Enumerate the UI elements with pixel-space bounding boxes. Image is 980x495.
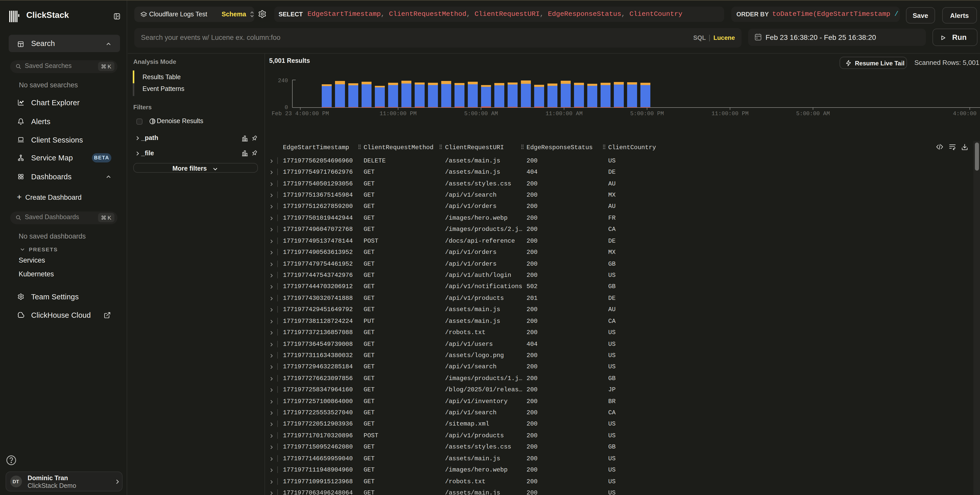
svg-text:240: 240: [278, 78, 288, 84]
svg-text:5:00:00 AM: 5:00:00 AM: [464, 111, 498, 117]
svg-text:5:00:00 PM: 5:00:00 PM: [630, 111, 663, 117]
svg-text:5:00:00 AM: 5:00:00 AM: [796, 111, 830, 117]
svg-text:4:00:00 PM: 4:00:00 PM: [953, 111, 980, 117]
svg-text:Feb 23 4:00:00 PM: Feb 23 4:00:00 PM: [271, 111, 329, 117]
svg-text:0: 0: [285, 105, 288, 111]
svg-text:11:00:00 AM: 11:00:00 AM: [545, 111, 582, 117]
svg-text:11:00:00 PM: 11:00:00 PM: [379, 111, 416, 117]
svg-text:11:00:00 PM: 11:00:00 PM: [711, 111, 748, 117]
